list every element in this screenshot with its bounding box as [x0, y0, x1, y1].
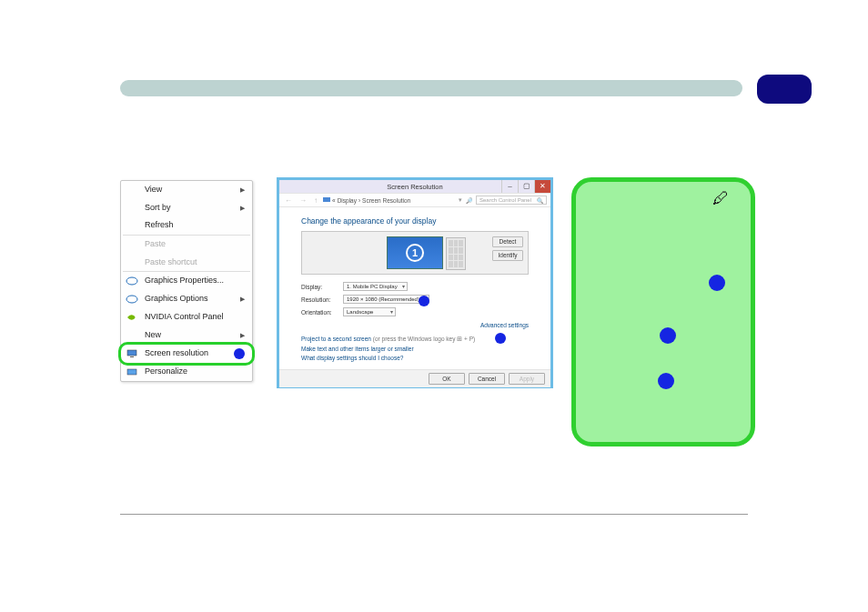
- ctx-refresh[interactable]: Refresh: [121, 216, 252, 235]
- identify-button[interactable]: Identify: [492, 250, 523, 261]
- header-pill: [757, 75, 812, 104]
- resolution-row: Resolution: 1920 × 1080 (Recommended): [301, 295, 529, 304]
- annotation-bullet: [709, 275, 725, 291]
- what-settings-link[interactable]: What display settings should I choose?: [301, 355, 529, 361]
- nav-bar: ← → ↑ « Display › Screen Resolution ▾ 🔎 …: [279, 193, 550, 207]
- ctx-label: Paste shortcut: [145, 257, 197, 268]
- resolution-value: 1920 × 1080 (Recommended): [347, 296, 419, 302]
- resolution-label: Resolution:: [301, 296, 343, 303]
- window-title: Screen Resolution: [387, 183, 442, 191]
- titlebar: Screen Resolution – ▢ ✕: [279, 180, 550, 193]
- annotation-bullet: [234, 348, 245, 359]
- submenu-arrow-icon: ▶: [240, 186, 245, 194]
- ctx-label: Graphics Options: [145, 294, 208, 305]
- orientation-value: Landscape: [347, 309, 373, 315]
- ctx-label: Screen resolution: [145, 348, 208, 359]
- nvidia-icon: [126, 311, 138, 324]
- ctx-label: Paste: [145, 239, 166, 250]
- search-placeholder: Search Control Panel: [479, 197, 531, 203]
- back-button[interactable]: ←: [283, 196, 294, 205]
- monitor-number: 1: [406, 244, 424, 262]
- search-icon: 🔍: [537, 197, 543, 204]
- display-value: 1. Mobile PC Display: [347, 284, 398, 289]
- minimize-button[interactable]: –: [501, 180, 518, 193]
- display-icon: [126, 347, 138, 360]
- ctx-label: Sort by: [145, 203, 171, 214]
- dialog-footer: OK Cancel Apply: [279, 369, 550, 387]
- ctx-graphics-properties[interactable]: Graphics Properties...: [121, 272, 252, 290]
- orientation-row: Orientation: Landscape: [301, 307, 529, 316]
- personalize-icon: [126, 366, 138, 378]
- submenu-arrow-icon: ▶: [240, 331, 245, 339]
- crumb-display: Display: [338, 197, 357, 204]
- ctx-nvidia-control-panel[interactable]: NVIDIA Control Panel: [121, 308, 252, 326]
- ctx-label: New: [145, 330, 161, 341]
- ctx-label: NVIDIA Control Panel: [145, 312, 224, 323]
- context-menu: View ▶ Sort by ▶ Refresh Paste Paste sho…: [120, 180, 253, 382]
- advanced-settings-link[interactable]: Advanced settings: [301, 322, 529, 328]
- ctx-paste: Paste: [121, 236, 252, 254]
- orientation-label: Orientation:: [301, 309, 343, 316]
- svg-point-0: [126, 277, 137, 285]
- dialog-body: Change the appearance of your display 1 …: [279, 207, 550, 369]
- make-text-larger-link[interactable]: Make text and other items larger or smal…: [301, 346, 529, 352]
- detect-button[interactable]: Detect: [492, 236, 523, 247]
- submenu-arrow-icon: ▶: [240, 295, 245, 303]
- crumb-screen-resolution: Screen Resolution: [362, 197, 410, 204]
- ctx-label: Graphics Properties...: [145, 276, 224, 286]
- display-select[interactable]: 1. Mobile PC Display: [343, 282, 408, 291]
- annotation-bullet: [495, 333, 506, 344]
- screen-resolution-dialog: Screen Resolution – ▢ ✕ ← → ↑ « Display …: [277, 177, 553, 388]
- forward-button[interactable]: →: [298, 196, 308, 205]
- ctx-label: View: [145, 185, 162, 196]
- ctx-view[interactable]: View ▶: [121, 181, 252, 199]
- search-input[interactable]: Search Control Panel 🔍: [476, 196, 547, 205]
- orientation-select[interactable]: Landscape: [343, 307, 396, 316]
- ctx-paste-shortcut: Paste shortcut: [121, 254, 252, 272]
- annotation-bullet: [419, 296, 429, 306]
- divider: [120, 514, 748, 515]
- resolution-select[interactable]: 1920 × 1080 (Recommended): [343, 295, 429, 304]
- annotation-bullet: [660, 327, 676, 344]
- annotation-panel: 🖊: [571, 177, 755, 446]
- project-hint: (or press the Windows logo key ⊞ + P): [373, 336, 475, 342]
- ok-button[interactable]: OK: [429, 373, 465, 385]
- pen-icon: 🖊: [712, 189, 729, 208]
- breadcrumb[interactable]: « Display › Screen Resolution: [323, 196, 455, 204]
- ctx-screen-resolution[interactable]: Screen resolution: [118, 342, 255, 366]
- display-label: Display:: [301, 284, 343, 290]
- display-preview: 1 Detect Identify: [301, 231, 529, 275]
- up-button[interactable]: ↑: [312, 196, 319, 205]
- ctx-sort-by[interactable]: Sort by ▶: [121, 199, 252, 217]
- intel-icon: [126, 275, 138, 287]
- svg-rect-5: [323, 197, 330, 202]
- svg-rect-2: [127, 350, 136, 356]
- ctx-label: Refresh: [145, 220, 174, 231]
- svg-rect-3: [130, 356, 134, 357]
- intel-icon: [126, 293, 138, 306]
- apply-button[interactable]: Apply: [509, 373, 545, 385]
- project-second-screen-link[interactable]: Project to a second screen: [301, 336, 371, 342]
- svg-point-1: [126, 296, 137, 303]
- ctx-label: Personalize: [145, 366, 187, 377]
- annotation-bullet: [658, 373, 674, 389]
- close-button[interactable]: ✕: [534, 180, 550, 193]
- display-row: Display: 1. Mobile PC Display: [301, 282, 529, 291]
- header-bar: [120, 80, 742, 96]
- monitor-wrap: 1: [387, 236, 443, 269]
- cancel-button[interactable]: Cancel: [469, 373, 505, 385]
- ctx-graphics-options[interactable]: Graphics Options ▶: [121, 290, 252, 308]
- display-icon: [323, 196, 330, 204]
- submenu-arrow-icon: ▶: [240, 204, 245, 212]
- keyboard-preview: [446, 237, 466, 270]
- svg-rect-4: [127, 369, 136, 375]
- maximize-button[interactable]: ▢: [518, 180, 534, 193]
- dialog-heading: Change the appearance of your display: [301, 216, 529, 226]
- ctx-personalize[interactable]: Personalize: [121, 363, 252, 381]
- monitor-preview[interactable]: 1: [387, 236, 443, 269]
